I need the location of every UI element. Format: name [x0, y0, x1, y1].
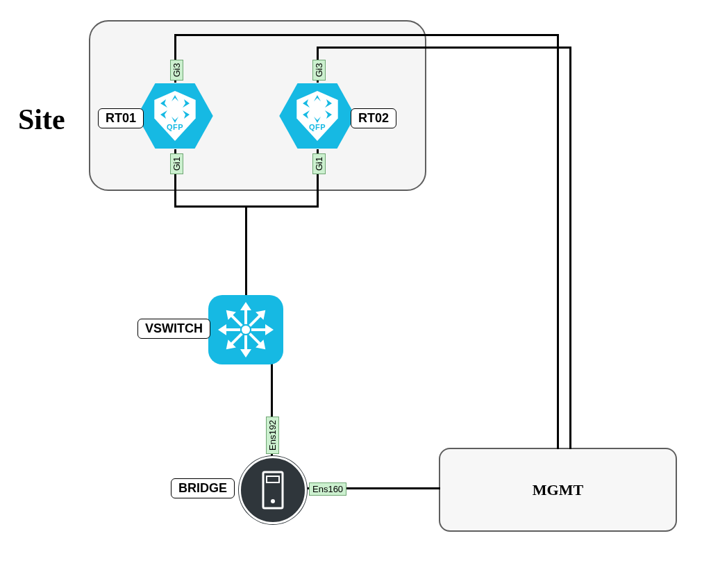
svg-marker-2 — [160, 99, 174, 109]
svg-marker-22 — [240, 349, 251, 358]
svg-marker-7 — [314, 110, 321, 123]
router-rt01-qfp-label: QFP — [167, 123, 183, 131]
link-join-to-vswitch — [245, 205, 247, 297]
svg-point-31 — [271, 499, 275, 503]
link-rt02-gi3-top — [317, 47, 571, 49]
router-rt01-top-if: Gi3 — [170, 60, 183, 81]
router-rt02-top-if: Gi3 — [312, 60, 326, 81]
svg-marker-4 — [160, 109, 174, 119]
site-title: Site — [18, 103, 65, 136]
router-rt02-label: RT02 — [351, 108, 396, 128]
svg-marker-11 — [319, 109, 332, 119]
vswitch-label: VSWITCH — [137, 319, 210, 339]
svg-marker-14 — [240, 302, 251, 310]
link-rt01-gi3-right — [557, 34, 559, 449]
svg-marker-9 — [319, 99, 332, 109]
router-rt01-bottom-if: Gi1 — [170, 153, 183, 174]
svg-rect-30 — [267, 476, 279, 482]
router-rt02-qfp-label: QFP — [309, 123, 326, 131]
bridge-right-if: Ens160 — [309, 482, 346, 496]
svg-marker-3 — [176, 99, 190, 109]
bridge-icon — [239, 456, 307, 524]
svg-point-12 — [242, 326, 250, 334]
router-rt01-label: RT01 — [98, 108, 144, 128]
svg-marker-18 — [265, 324, 274, 335]
link-rt02-gi3-right — [569, 47, 571, 449]
svg-marker-10 — [303, 109, 316, 119]
link-rt01-gi3-top — [174, 34, 559, 36]
arrows-icon — [159, 95, 191, 123]
router-rt01-icon: QFP — [135, 81, 215, 151]
svg-marker-8 — [303, 99, 316, 109]
vswitch-icon — [208, 295, 283, 364]
switch-arrows-icon — [217, 301, 275, 359]
mgmt-label: MGMT — [533, 481, 583, 499]
arrows-icon — [301, 95, 333, 123]
router-rt02-bottom-if: Gi1 — [312, 153, 326, 174]
router-rt02-icon: QFP — [278, 81, 357, 151]
svg-marker-5 — [176, 109, 190, 119]
svg-marker-0 — [172, 95, 178, 108]
diagram-canvas: Site QFP RT01 Gi3 Gi1 — [0, 0, 711, 588]
svg-marker-6 — [314, 95, 321, 108]
mgmt-box: MGMT — [439, 448, 677, 532]
svg-marker-26 — [218, 324, 226, 335]
server-icon — [259, 471, 287, 510]
bridge-label: BRIDGE — [171, 478, 235, 498]
bridge-top-if: Ens192 — [266, 417, 279, 454]
svg-marker-1 — [172, 110, 178, 123]
